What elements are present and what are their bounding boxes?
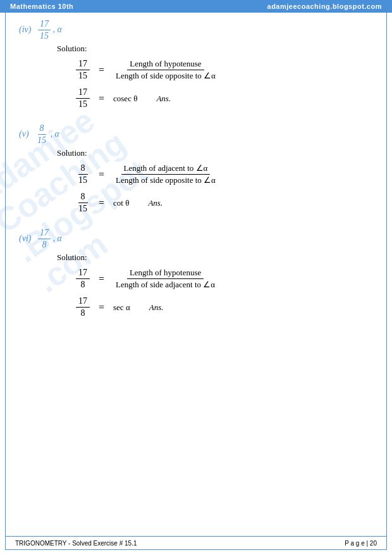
header-title: Mathematics 10th [10, 3, 73, 10]
equals-v-1: = [99, 169, 104, 180]
result-iv: cosec θ [113, 94, 137, 104]
fraction-vi-result: 17 8 [76, 296, 90, 318]
problem-iv-fraction: 17 15 [38, 19, 51, 41]
fraction-iv-result: 17 15 [76, 87, 90, 109]
fraction-vi-lhs: 17 8 [76, 268, 90, 290]
footer-page: P a g e | 20 [345, 540, 377, 547]
equals-vi-1: = [99, 273, 104, 285]
problem-v: (v) 8 15 , α Solution: 8 15 = Length of … [19, 123, 373, 214]
fraction-iv-lhs: 17 15 [76, 59, 90, 81]
problem-v-eq1: 8 15 = Length of adjacent to ∠α Length o… [76, 163, 373, 185]
header-website: adamjeecoaching.blogspot.com [267, 3, 382, 10]
page-footer: TRIGONOMETRY - Solved Exercise # 15.1 P … [5, 536, 387, 550]
ans-v: Ans. [148, 198, 162, 208]
problem-v-solution-label: Solution: [57, 148, 373, 158]
problem-vi: (vi) 17 8 , α Solution: 17 8 = Length of… [19, 228, 373, 318]
problem-iv-solution-label: Solution: [57, 44, 373, 54]
equals-iv-1: = [99, 65, 104, 76]
problem-iv-eq1: 17 15 = Length of hypotenuse Length of s… [76, 59, 373, 81]
footer-left: TRIGONOMETRY - Solved Exercise # 15.1 [15, 540, 137, 547]
content-area: (iv) 17 15 , α Solution: 17 15 = Length … [0, 13, 392, 351]
problem-iv-label: (iv) 17 15 , α [19, 19, 373, 41]
ans-vi: Ans. [149, 302, 164, 313]
rhs-fraction-iv: Length of hypotenuse Length of side oppo… [113, 59, 218, 81]
problem-v-fraction: 8 15 [35, 123, 48, 146]
fraction-v-result: 8 15 [76, 192, 90, 214]
equals-vi-2: = [99, 302, 104, 313]
equals-v-2: = [99, 197, 104, 209]
rhs-fraction-vi: Length of hypotenuse Length of side adja… [113, 268, 217, 290]
result-v: cot θ [113, 198, 129, 208]
page-header: Mathematics 10th adamjeecoaching.blogspo… [0, 0, 392, 13]
problem-vi-fraction: 17 8 [38, 228, 51, 250]
problem-iv-eq2: 17 15 = cosec θ Ans. [76, 87, 373, 109]
fraction-v-lhs: 8 15 [76, 163, 90, 185]
problem-v-label: (v) 8 15 , α [19, 123, 373, 146]
problem-v-eq2: 8 15 = cot θ Ans. [76, 192, 373, 214]
footer-exercise: - Solved Exercise # 15.1 [68, 540, 137, 547]
problem-vi-label: (vi) 17 8 , α [19, 228, 373, 250]
result-vi: sec α [113, 302, 130, 313]
problem-vi-eq1: 17 8 = Length of hypotenuse Length of si… [76, 268, 373, 290]
ans-iv: Ans. [156, 94, 171, 104]
rhs-fraction-v: Length of adjacent to ∠α Length of side … [113, 163, 218, 185]
problem-vi-eq2: 17 8 = sec α Ans. [76, 296, 373, 318]
problem-vi-solution-label: Solution: [57, 253, 373, 263]
footer-subject: TRIGONOMETRY [15, 540, 66, 547]
equals-iv-2: = [99, 93, 104, 104]
problem-iv: (iv) 17 15 , α Solution: 17 15 = Length … [19, 19, 373, 109]
